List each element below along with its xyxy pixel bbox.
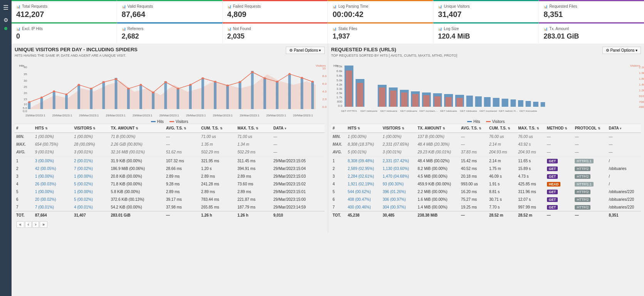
svg-text:GET /HTTP/1: GET /HTTP/1 <box>341 109 357 112</box>
hits-color <box>151 121 156 122</box>
svg-rect-117 <box>518 100 523 107</box>
visitors-avg-row: AVG.9 (00.01%)3 (00.01%)32.16 MiB (00.01… <box>15 148 325 156</box>
svg-rect-31 <box>102 81 105 109</box>
svg-rect-122 <box>357 83 363 107</box>
svg-rect-35 <box>152 92 154 109</box>
fcol-hash[interactable]: # <box>331 124 346 133</box>
visitors-total-row: TOT.87,66431,407283.01 GiB—1.26 h1.26 h9… <box>15 211 325 219</box>
svg-text:1.9k: 1.9k <box>639 72 644 75</box>
files-subtitle: TOP REQUESTS SORTED BY HITS [ AVGTS, CUM… <box>331 54 458 57</box>
svg-point-54 <box>90 88 92 90</box>
files-table: # HITS ⇅ VISITORS ⇅ TX. AMOUNT ⇅ AVG. T.… <box>331 124 641 219</box>
col-cum-ts[interactable]: CUM. T.S. ⇅ <box>200 124 236 133</box>
files-max-row: MAX.8,308 (18.37%)2,331 (07.65%)48.4 MiB… <box>331 141 641 148</box>
svg-rect-33 <box>127 88 130 109</box>
col-avg-ts[interactable]: AVG. T.S. ⇅ <box>164 124 200 133</box>
svg-point-61 <box>177 88 179 90</box>
last-page-btn[interactable]: » <box>40 221 47 228</box>
visitors-legend: Visitors <box>169 119 188 124</box>
hits-label: Hits <box>157 119 164 124</box>
hamburger-icon[interactable]: ☰ <box>3 4 8 11</box>
visitors-panel: UNIQUE VISITORS PER DAY - INCLUDING SPID… <box>12 44 328 233</box>
svg-point-71 <box>301 77 303 79</box>
gear-icon[interactable]: ⚙ <box>3 17 8 23</box>
svg-rect-127 <box>423 95 429 107</box>
svg-rect-43 <box>251 71 254 109</box>
col-tx-amount[interactable]: TX. AMOUNT ⇅ <box>109 124 164 133</box>
stats-panel: 📊 Total Requests412,207📊 Valid Requests8… <box>12 0 644 44</box>
files-total-row: TOT.45,23830,485238.38 MiB—28.52 m28.52 … <box>331 211 641 219</box>
stat-card-not-found: 📊 Not Found2,035 <box>223 22 328 44</box>
svg-rect-40 <box>214 81 216 109</box>
svg-text:4.2k: 4.2k <box>336 83 342 86</box>
fcol-max-ts[interactable]: MAX. T.S. ⇅ <box>517 124 545 133</box>
fcol-data[interactable]: DATA ▾ <box>607 124 641 133</box>
visitors-table: # HITS ⇅ VISITORS ⇅ TX. AMOUNT ⇅ AVG. T.… <box>15 124 325 219</box>
files-header: REQUESTED FILES (URLS) TOP REQUESTS SORT… <box>331 47 641 61</box>
fcol-visitors[interactable]: VISITORS ⇅ <box>381 124 416 133</box>
fcol-cum-ts[interactable]: CUM. T.S. ⇅ <box>488 124 517 133</box>
svg-rect-26 <box>40 98 43 109</box>
svg-rect-30 <box>90 88 92 109</box>
svg-point-70 <box>288 73 291 75</box>
prev-page-btn[interactable]: ‹ <box>25 221 32 228</box>
svg-text:2.5k: 2.5k <box>336 92 342 95</box>
svg-text:10: 10 <box>23 103 27 106</box>
files-hits-color <box>467 121 472 122</box>
fcol-protocol[interactable]: PROTOCOL ⇅ <box>573 124 607 133</box>
stat-card-static-files: 📊 Static Files1,937 <box>328 22 433 44</box>
svg-rect-29 <box>77 85 80 109</box>
svg-rect-129 <box>445 97 451 107</box>
fcol-avg-ts[interactable]: AVG. T.S. ⇅ <box>460 124 488 133</box>
visitors-row-7: 77 (00.01%)4 (00.01%)54.2 KiB (00.00%)37… <box>15 204 325 212</box>
svg-point-59 <box>152 92 154 94</box>
svg-text:Visitors: Visitors <box>316 64 326 67</box>
svg-text:GET /obituarie: GET /obituarie <box>360 109 377 112</box>
files-row-2: 22,589 (02.95%)1,130 (03.60%)8.2 MiB (00… <box>331 165 641 173</box>
svg-rect-128 <box>434 96 440 107</box>
svg-point-50 <box>40 97 43 99</box>
visitors-subtitle: HITS HAVING THE SAME IP, DATE AND AGENT … <box>15 54 138 57</box>
col-data[interactable]: DATA ▾ <box>272 124 325 133</box>
svg-rect-112 <box>475 96 481 107</box>
files-hits-legend: Hits <box>467 119 480 124</box>
fcol-method[interactable]: METHOD ⇅ <box>545 124 574 133</box>
svg-point-64 <box>214 81 216 83</box>
files-row-4: 41,921 (02.19%)93 (00.30%)459.9 KiB (00.… <box>331 180 641 188</box>
svg-rect-37 <box>177 88 179 109</box>
svg-rect-46 <box>288 74 291 109</box>
svg-point-58 <box>140 84 142 86</box>
svg-rect-47 <box>300 78 303 109</box>
files-visitors-color <box>486 121 491 122</box>
files-visitors-label: Visitors <box>492 119 505 124</box>
svg-rect-32 <box>115 78 117 109</box>
svg-text:GET /obituarie: GET /obituarie <box>400 109 417 112</box>
svg-text:GET /obituarie: GET /obituarie <box>440 109 457 112</box>
svg-rect-41 <box>226 85 229 109</box>
first-page-btn[interactable]: « <box>17 221 24 228</box>
svg-text:4.0: 4.0 <box>322 90 327 93</box>
files-visitors-legend: Visitors <box>486 119 505 124</box>
fcol-hits[interactable]: HITS ⇅ <box>346 124 381 133</box>
svg-rect-113 <box>484 97 490 107</box>
svg-point-69 <box>276 81 278 83</box>
files-avg-row: AVG.5 (00.01%)3 (00.01%)29.23 KiB (00.01… <box>331 148 641 156</box>
col-hits[interactable]: HITS ⇅ <box>34 124 72 133</box>
svg-point-60 <box>164 81 167 83</box>
svg-rect-124 <box>390 91 396 107</box>
svg-text:1.7k: 1.7k <box>336 96 342 99</box>
col-visitors[interactable]: VISITORS ⇅ <box>72 124 109 133</box>
svg-rect-120 <box>540 102 545 107</box>
files-panel-options[interactable]: ⚙ Panel Options ▾ <box>602 47 641 54</box>
stat-card-referrers: 📊 Referrers2,682 <box>117 22 223 44</box>
visitors-row-3: 31 (00.00%)1 (00.00%)20.8 KiB (00.00%)2.… <box>15 173 325 180</box>
status-dot <box>4 27 7 30</box>
fcol-tx-amount[interactable]: TX. AMOUNT ⇅ <box>416 124 460 133</box>
visitors-row-6: 620 (00.02%)5 (00.02%)372.6 KiB (00.13%)… <box>15 196 325 204</box>
visitors-max-row: MAX.654 (00.75%)28 (00.09%)2.26 GiB (00.… <box>15 141 325 148</box>
next-page-btn[interactable]: › <box>32 221 39 228</box>
col-hash[interactable]: # <box>15 124 34 133</box>
visitors-color <box>169 121 174 122</box>
col-max-ts[interactable]: MAX. T.S. ⇅ <box>236 124 272 133</box>
visitors-panel-options[interactable]: ⚙ Panel Options ▾ <box>286 47 324 54</box>
